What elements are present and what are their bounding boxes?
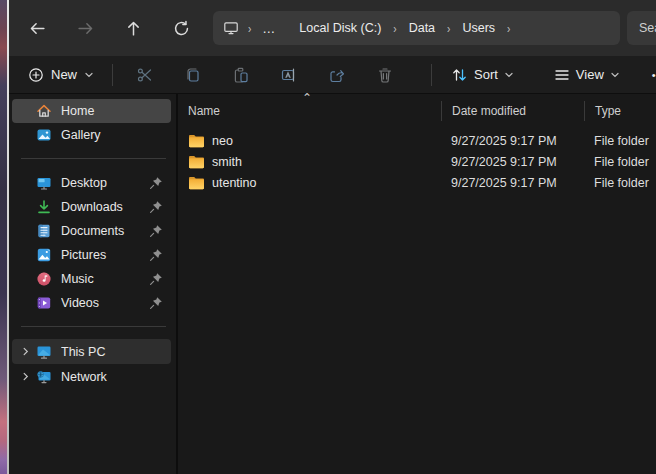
desktop-icon (36, 175, 52, 191)
paste-icon (232, 66, 250, 84)
toolbar-separator (431, 64, 432, 86)
new-button[interactable]: New (18, 61, 104, 89)
refresh-icon (173, 20, 190, 37)
delete-button[interactable] (367, 60, 403, 90)
sidebar-item-videos[interactable]: Videos (12, 291, 171, 315)
sort-button[interactable]: Sort (442, 62, 523, 88)
file-date-modified: 9/27/2025 9:17 PM (441, 155, 584, 169)
sidebar-item-music[interactable]: Music (12, 267, 171, 291)
sidebar-item-label: Documents (61, 224, 149, 238)
forward-arrow-icon (77, 20, 94, 37)
forward-button[interactable] (68, 11, 102, 45)
copy-icon (184, 66, 202, 84)
file-explorer-window: › … Local Disk (C:) › Data › Users › New (9, 0, 656, 474)
view-button-label: View (576, 67, 604, 82)
sidebar-item-downloads[interactable]: Downloads (12, 195, 171, 219)
expand-chevron-icon[interactable] (21, 347, 36, 356)
toolbar-separator (112, 64, 113, 86)
sort-arrows-icon (451, 67, 468, 83)
sidebar-item-label: Gallery (61, 128, 171, 142)
sidebar-item-network[interactable]: Network (12, 364, 171, 389)
folder-icon (188, 155, 205, 169)
file-date-modified: 9/27/2025 9:17 PM (441, 134, 584, 148)
sidebar-item-documents[interactable]: Documents (12, 219, 171, 243)
column-header-date-modified[interactable]: Date modified (442, 104, 584, 118)
sidebar-item-desktop[interactable]: Desktop (12, 171, 171, 195)
more-ellipsis-icon: ••• (652, 69, 656, 81)
file-list-pane: ⌃ Name Date modified Type neo 9/27/2025 … (178, 94, 656, 474)
file-row-smith[interactable]: smith 9/27/2025 9:17 PM File folder (178, 151, 656, 172)
sidebar-divider (21, 158, 166, 159)
rename-button[interactable] (271, 60, 307, 90)
pin-icon (149, 248, 163, 262)
file-name: neo (212, 134, 233, 148)
chevron-down-icon (610, 70, 620, 80)
file-row-neo[interactable]: neo 9/27/2025 9:17 PM File folder (178, 130, 656, 151)
breadcrumb-item-users[interactable]: Users (459, 19, 498, 37)
home-icon (36, 103, 52, 119)
view-list-icon (554, 68, 570, 82)
gallery-icon (36, 127, 52, 143)
file-row-utentino[interactable]: utentino 9/27/2025 9:17 PM File folder (178, 172, 656, 193)
share-button[interactable] (319, 60, 355, 90)
breadcrumb-item-data[interactable]: Data (406, 19, 438, 37)
pin-icon (149, 200, 163, 214)
file-name: smith (212, 155, 242, 169)
sort-ascending-indicator: ⌃ (302, 91, 312, 105)
chevron-down-icon (504, 70, 514, 80)
sidebar-item-label: Downloads (61, 200, 149, 214)
this-pc-icon (36, 344, 52, 360)
folder-icon (188, 134, 205, 148)
address-bar: › … Local Disk (C:) › Data › Users › (9, 0, 656, 56)
sidebar-item-label: This PC (61, 345, 171, 359)
scissors-icon (136, 66, 154, 84)
file-date-modified: 9/27/2025 9:17 PM (441, 176, 584, 190)
this-pc-monitor-icon[interactable] (223, 20, 239, 36)
see-more-button[interactable]: ••• (643, 64, 656, 86)
music-icon (36, 271, 52, 287)
copy-button[interactable] (175, 60, 211, 90)
pin-icon (149, 176, 163, 190)
command-bar: New (9, 56, 656, 94)
expand-chevron-icon[interactable] (21, 372, 36, 381)
sidebar-item-home[interactable]: Home (12, 99, 171, 123)
file-type: File folder (584, 176, 656, 190)
cut-button[interactable] (127, 60, 163, 90)
chevron-right-icon: › (438, 21, 459, 35)
search-input[interactable] (639, 21, 656, 35)
back-button[interactable] (20, 11, 54, 45)
column-header-name[interactable]: Name (178, 104, 441, 118)
sidebar-item-label: Videos (61, 296, 149, 310)
breadcrumb-item-local-disk[interactable]: Local Disk (C:) (296, 19, 384, 37)
downloads-icon (36, 199, 52, 215)
file-type: File folder (584, 134, 656, 148)
breadcrumb-ellipsis[interactable]: … (260, 21, 278, 36)
pin-icon (149, 224, 163, 238)
sidebar-item-label: Pictures (61, 248, 149, 262)
sidebar-item-gallery[interactable]: Gallery (12, 123, 171, 147)
plus-circle-icon (28, 67, 44, 83)
sidebar-item-pictures[interactable]: Pictures (12, 243, 171, 267)
folder-icon (188, 176, 205, 190)
videos-icon (36, 295, 52, 311)
search-box[interactable] (627, 11, 656, 45)
back-arrow-icon (29, 20, 46, 37)
new-button-label: New (51, 67, 77, 82)
column-header-type[interactable]: Type (585, 104, 656, 118)
refresh-button[interactable] (164, 11, 198, 45)
trash-icon (376, 66, 394, 84)
chevron-right-icon: › (384, 21, 405, 35)
rename-icon (280, 66, 298, 84)
up-button[interactable] (116, 11, 150, 45)
paste-button[interactable] (223, 60, 259, 90)
file-type: File folder (584, 155, 656, 169)
share-icon (328, 66, 346, 84)
navigation-pane: Home Gallery Desktop (9, 94, 176, 474)
up-arrow-icon (125, 20, 142, 37)
breadcrumb[interactable]: › … Local Disk (C:) › Data › Users › (213, 11, 620, 45)
network-icon (36, 369, 52, 385)
sidebar-item-label: Music (61, 272, 149, 286)
sidebar-item-this-pc[interactable]: This PC (12, 339, 171, 364)
sort-button-label: Sort (474, 67, 498, 82)
view-button[interactable]: View (545, 62, 629, 87)
